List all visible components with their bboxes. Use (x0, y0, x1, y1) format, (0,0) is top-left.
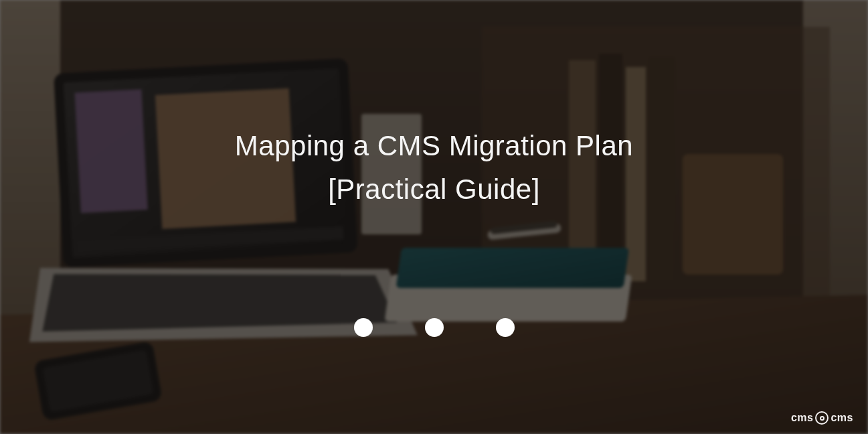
hero-overlay (0, 0, 868, 434)
title-line-2: [Practical Guide] (235, 167, 633, 211)
logo-text-left: cms (791, 412, 814, 424)
carousel-dot[interactable] (496, 318, 515, 337)
carousel-dots (354, 318, 515, 337)
carousel-dot[interactable] (425, 318, 444, 337)
logo-at-icon (815, 411, 829, 425)
brand-logo: cms cms (791, 411, 853, 425)
carousel-dot[interactable] (354, 318, 373, 337)
hero-title-block: Mapping a CMS Migration Plan [Practical … (235, 124, 633, 211)
hero-banner: Mapping a CMS Migration Plan [Practical … (0, 0, 868, 434)
title-line-1: Mapping a CMS Migration Plan (235, 124, 633, 167)
logo-text-right: cms (831, 412, 853, 424)
